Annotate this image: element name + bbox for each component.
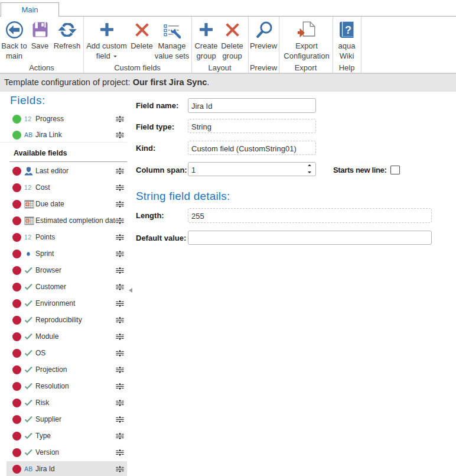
svg-text:?: ? xyxy=(345,24,351,36)
